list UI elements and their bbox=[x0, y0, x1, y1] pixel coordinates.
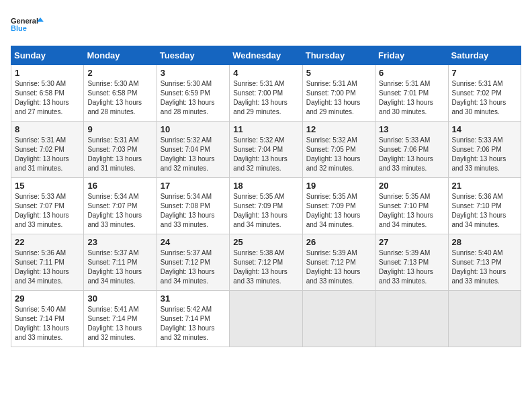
day-number: 22 bbox=[15, 237, 80, 247]
calendar-week-4: 22Sunrise: 5:36 AM Sunset: 7:11 PM Dayli… bbox=[11, 234, 521, 291]
calendar-cell: 6Sunrise: 5:31 AM Sunset: 7:01 PM Daylig… bbox=[375, 65, 448, 122]
calendar-cell: 2Sunrise: 5:30 AM Sunset: 6:58 PM Daylig… bbox=[84, 65, 157, 122]
calendar-cell: 1Sunrise: 5:30 AM Sunset: 6:58 PM Daylig… bbox=[11, 65, 84, 122]
weekday-header-monday: Monday bbox=[84, 46, 157, 65]
day-info: Sunrise: 5:35 AM Sunset: 7:09 PM Dayligh… bbox=[233, 192, 298, 230]
calendar-cell: 12Sunrise: 5:32 AM Sunset: 7:05 PM Dayli… bbox=[302, 122, 375, 178]
calendar-cell: 25Sunrise: 5:38 AM Sunset: 7:12 PM Dayli… bbox=[230, 234, 302, 291]
day-number: 17 bbox=[161, 181, 226, 191]
day-number: 10 bbox=[161, 124, 226, 134]
day-number: 23 bbox=[87, 237, 152, 247]
weekday-header-sunday: Sunday bbox=[11, 46, 84, 65]
day-number: 1 bbox=[15, 68, 80, 78]
calendar-cell: 8Sunrise: 5:31 AM Sunset: 7:02 PM Daylig… bbox=[11, 122, 84, 178]
day-number: 29 bbox=[15, 293, 80, 304]
day-number: 28 bbox=[452, 237, 517, 247]
day-number: 2 bbox=[87, 68, 152, 78]
calendar-cell: 15Sunrise: 5:33 AM Sunset: 7:07 PM Dayli… bbox=[11, 178, 84, 234]
weekday-header-friday: Friday bbox=[375, 46, 448, 65]
calendar-cell: 3Sunrise: 5:30 AM Sunset: 6:59 PM Daylig… bbox=[157, 65, 229, 122]
day-number: 9 bbox=[87, 124, 152, 134]
day-number: 18 bbox=[233, 181, 298, 191]
calendar-cell: 11Sunrise: 5:32 AM Sunset: 7:04 PM Dayli… bbox=[230, 122, 302, 178]
calendar-cell: 4Sunrise: 5:31 AM Sunset: 7:00 PM Daylig… bbox=[230, 65, 302, 122]
day-info: Sunrise: 5:30 AM Sunset: 6:58 PM Dayligh… bbox=[87, 79, 152, 117]
day-number: 27 bbox=[379, 237, 444, 247]
day-number: 30 bbox=[87, 293, 152, 304]
day-number: 16 bbox=[87, 181, 152, 191]
day-info: Sunrise: 5:39 AM Sunset: 7:13 PM Dayligh… bbox=[379, 248, 444, 286]
day-info: Sunrise: 5:32 AM Sunset: 7:04 PM Dayligh… bbox=[161, 136, 226, 173]
calendar-cell: 17Sunrise: 5:34 AM Sunset: 7:08 PM Dayli… bbox=[157, 178, 229, 234]
calendar-header-row: SundayMondayTuesdayWednesdayThursdayFrid… bbox=[11, 46, 521, 65]
day-info: Sunrise: 5:38 AM Sunset: 7:12 PM Dayligh… bbox=[233, 248, 298, 286]
calendar-cell: 22Sunrise: 5:36 AM Sunset: 7:11 PM Dayli… bbox=[11, 234, 84, 291]
day-info: Sunrise: 5:35 AM Sunset: 7:09 PM Dayligh… bbox=[306, 192, 371, 230]
calendar-cell: 21Sunrise: 5:36 AM Sunset: 7:10 PM Dayli… bbox=[448, 178, 521, 234]
day-number: 3 bbox=[161, 68, 226, 78]
calendar-cell: 26Sunrise: 5:39 AM Sunset: 7:12 PM Dayli… bbox=[302, 234, 375, 291]
logo-svg: General Blue bbox=[11, 11, 44, 38]
day-info: Sunrise: 5:37 AM Sunset: 7:11 PM Dayligh… bbox=[87, 248, 152, 286]
day-number: 8 bbox=[15, 124, 80, 134]
day-info: Sunrise: 5:31 AM Sunset: 7:03 PM Dayligh… bbox=[87, 136, 152, 173]
day-info: Sunrise: 5:30 AM Sunset: 6:58 PM Dayligh… bbox=[15, 79, 80, 117]
day-number: 11 bbox=[233, 124, 298, 134]
day-info: Sunrise: 5:30 AM Sunset: 6:59 PM Dayligh… bbox=[161, 79, 226, 117]
day-info: Sunrise: 5:32 AM Sunset: 7:05 PM Dayligh… bbox=[306, 136, 371, 173]
day-info: Sunrise: 5:37 AM Sunset: 7:12 PM Dayligh… bbox=[161, 248, 226, 286]
day-info: Sunrise: 5:32 AM Sunset: 7:04 PM Dayligh… bbox=[233, 136, 298, 173]
calendar-cell: 28Sunrise: 5:40 AM Sunset: 7:13 PM Dayli… bbox=[448, 234, 521, 291]
calendar-cell: 14Sunrise: 5:33 AM Sunset: 7:06 PM Dayli… bbox=[448, 122, 521, 178]
day-info: Sunrise: 5:33 AM Sunset: 7:07 PM Dayligh… bbox=[15, 192, 80, 230]
day-number: 13 bbox=[379, 124, 444, 134]
calendar-cell: 31Sunrise: 5:42 AM Sunset: 7:14 PM Dayli… bbox=[157, 291, 229, 347]
calendar-cell: 19Sunrise: 5:35 AM Sunset: 7:09 PM Dayli… bbox=[302, 178, 375, 234]
calendar-table: SundayMondayTuesdayWednesdayThursdayFrid… bbox=[11, 46, 521, 347]
day-info: Sunrise: 5:31 AM Sunset: 7:01 PM Dayligh… bbox=[379, 79, 444, 117]
day-number: 6 bbox=[379, 68, 444, 78]
day-info: Sunrise: 5:31 AM Sunset: 7:00 PM Dayligh… bbox=[306, 79, 371, 117]
svg-text:Blue: Blue bbox=[11, 24, 27, 32]
day-info: Sunrise: 5:40 AM Sunset: 7:14 PM Dayligh… bbox=[15, 305, 80, 342]
day-number: 7 bbox=[452, 68, 517, 78]
day-info: Sunrise: 5:42 AM Sunset: 7:14 PM Dayligh… bbox=[161, 305, 226, 342]
day-number: 4 bbox=[233, 68, 298, 78]
day-number: 26 bbox=[306, 237, 371, 247]
calendar-week-2: 8Sunrise: 5:31 AM Sunset: 7:02 PM Daylig… bbox=[11, 122, 521, 178]
weekday-header-thursday: Thursday bbox=[302, 46, 375, 65]
day-info: Sunrise: 5:31 AM Sunset: 7:02 PM Dayligh… bbox=[452, 79, 517, 117]
calendar-cell: 18Sunrise: 5:35 AM Sunset: 7:09 PM Dayli… bbox=[230, 178, 302, 234]
weekday-header-wednesday: Wednesday bbox=[230, 46, 302, 65]
day-info: Sunrise: 5:36 AM Sunset: 7:11 PM Dayligh… bbox=[15, 248, 80, 286]
calendar-cell: 23Sunrise: 5:37 AM Sunset: 7:11 PM Dayli… bbox=[84, 234, 157, 291]
calendar-cell: 20Sunrise: 5:35 AM Sunset: 7:10 PM Dayli… bbox=[375, 178, 448, 234]
day-number: 19 bbox=[306, 181, 371, 191]
day-info: Sunrise: 5:31 AM Sunset: 7:00 PM Dayligh… bbox=[233, 79, 298, 117]
day-info: Sunrise: 5:40 AM Sunset: 7:13 PM Dayligh… bbox=[452, 248, 517, 286]
day-number: 24 bbox=[161, 237, 226, 247]
day-info: Sunrise: 5:34 AM Sunset: 7:07 PM Dayligh… bbox=[87, 192, 152, 230]
page-header: General Blue bbox=[11, 11, 521, 38]
calendar-cell: 30Sunrise: 5:41 AM Sunset: 7:14 PM Dayli… bbox=[84, 291, 157, 347]
day-number: 25 bbox=[233, 237, 298, 247]
calendar-week-5: 29Sunrise: 5:40 AM Sunset: 7:14 PM Dayli… bbox=[11, 291, 521, 347]
day-number: 14 bbox=[452, 124, 517, 134]
day-number: 21 bbox=[452, 181, 517, 191]
day-info: Sunrise: 5:33 AM Sunset: 7:06 PM Dayligh… bbox=[452, 136, 517, 173]
calendar-cell: 13Sunrise: 5:33 AM Sunset: 7:06 PM Dayli… bbox=[375, 122, 448, 178]
calendar-cell bbox=[302, 291, 375, 347]
day-info: Sunrise: 5:33 AM Sunset: 7:06 PM Dayligh… bbox=[379, 136, 444, 173]
day-info: Sunrise: 5:35 AM Sunset: 7:10 PM Dayligh… bbox=[379, 192, 444, 230]
day-info: Sunrise: 5:36 AM Sunset: 7:10 PM Dayligh… bbox=[452, 192, 517, 230]
calendar-cell bbox=[448, 291, 521, 347]
day-number: 31 bbox=[161, 293, 226, 304]
day-number: 15 bbox=[15, 181, 80, 191]
day-info: Sunrise: 5:31 AM Sunset: 7:02 PM Dayligh… bbox=[15, 136, 80, 173]
svg-text:General: General bbox=[11, 17, 38, 25]
calendar-week-1: 1Sunrise: 5:30 AM Sunset: 6:58 PM Daylig… bbox=[11, 65, 521, 122]
calendar-cell: 9Sunrise: 5:31 AM Sunset: 7:03 PM Daylig… bbox=[84, 122, 157, 178]
day-info: Sunrise: 5:41 AM Sunset: 7:14 PM Dayligh… bbox=[87, 305, 152, 342]
calendar-cell bbox=[375, 291, 448, 347]
calendar-cell: 10Sunrise: 5:32 AM Sunset: 7:04 PM Dayli… bbox=[157, 122, 229, 178]
